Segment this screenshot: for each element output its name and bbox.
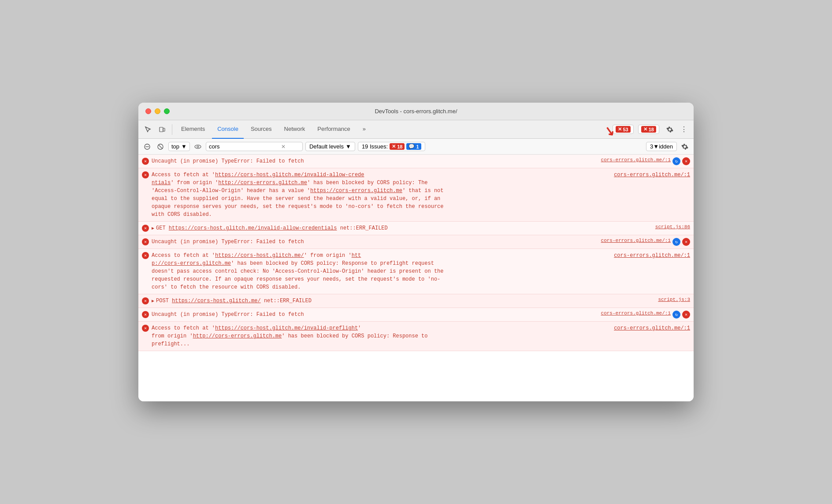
warning-count-icon: ✕ 18: [641, 126, 656, 133]
window-title: DevTools - cors-errors.glitch.me/: [375, 108, 457, 115]
console-source-4[interactable]: cors-errors.glitch.me/:1: [601, 238, 671, 243]
close-action-7[interactable]: ✕: [682, 311, 690, 319]
error-icon-6: ✕: [142, 297, 149, 304]
tab-network[interactable]: Network: [279, 120, 311, 139]
tab-elements[interactable]: Elements: [176, 120, 210, 139]
close-action-1[interactable]: ✕: [682, 157, 690, 165]
context-dropdown-icon: ▼: [181, 143, 187, 150]
console-content: ✕ Uncaught (in promise) TypeError: Faile…: [138, 155, 694, 401]
console-row-2: ✕ Access to fetch at 'https://cors-host.…: [138, 168, 694, 222]
error-icon-4: ✕: [142, 238, 149, 245]
link-8b[interactable]: http://cors-errors.glitch.me: [193, 333, 282, 339]
warning-count-badge[interactable]: ✕ 18: [638, 125, 659, 134]
console-source-3[interactable]: script.js:86: [655, 224, 690, 230]
block-icon[interactable]: [155, 141, 166, 152]
hidden-count-button[interactable]: 3▼idden: [646, 142, 677, 151]
console-msg-8: Access to fetch at 'https://cors-host.gl…: [152, 324, 690, 348]
console-row-3[interactable]: ✕ ▶GET https://cors-host.glitch.me/inval…: [138, 222, 694, 235]
svg-rect-0: [160, 127, 163, 132]
more-options-icon[interactable]: ⋮: [678, 123, 690, 136]
link-5c[interactable]: p://cors-errors.glitch.me: [152, 260, 231, 267]
console-source-1[interactable]: cors-errors.glitch.me/:1: [601, 157, 671, 163]
tab-sources[interactable]: Sources: [245, 120, 277, 139]
close-button[interactable]: [145, 108, 151, 114]
context-selector[interactable]: top ▼: [168, 142, 190, 151]
console-actions-4: ↻ ✕: [672, 238, 690, 246]
link-2c[interactable]: http://cors-errors.glitch.me: [218, 180, 307, 186]
log-levels-label: Default levels: [309, 143, 344, 150]
console-row-6[interactable]: ✕ ▶POST https://cors-host.glitch.me/ net…: [138, 294, 694, 308]
error-count-badge[interactable]: ✕ 53: [613, 125, 634, 134]
refresh-action-1[interactable]: ↻: [672, 157, 680, 165]
error-icon-8: ✕: [142, 325, 149, 332]
console-row-8: ✕ Access to fetch at 'https://cors-host.…: [138, 322, 694, 351]
console-row-7: ✕ Uncaught (in promise) TypeError: Faile…: [138, 308, 694, 322]
close-action-4[interactable]: ✕: [682, 238, 690, 246]
link-2a[interactable]: https://cors-host.glitch.me/invalid-allo…: [215, 172, 364, 178]
console-source-8-inline[interactable]: cors-errors.glitch.me/:1: [614, 324, 690, 332]
console-msg-1: Uncaught (in promise) TypeError: Failed …: [152, 157, 598, 165]
error-icon-7: ✕: [142, 311, 149, 318]
issues-label: 19 Issues:: [362, 143, 388, 150]
toolbar-divider-1: [172, 124, 172, 135]
console-actions-1: ↻ ✕: [672, 157, 690, 165]
devtools-window: DevTools - cors-errors.glitch.me/ Elemen…: [138, 103, 694, 401]
refresh-action-4[interactable]: ↻: [672, 238, 680, 246]
traffic-lights: [145, 108, 170, 114]
svg-point-6: [195, 145, 201, 148]
devtools-tab-bar: Elements Console Sources Network Perform…: [138, 120, 694, 139]
error-icon-1: ✕: [142, 158, 149, 165]
inspect-element-icon[interactable]: [142, 123, 154, 136]
console-row-4: ✕ Uncaught (in promise) TypeError: Faile…: [138, 235, 694, 249]
maximize-button[interactable]: [164, 108, 170, 114]
link-8a[interactable]: https://cors-host.glitch.me/invalid-pref…: [215, 325, 358, 331]
expand-triangle-6: ▶: [152, 299, 154, 304]
device-toolbar-icon[interactable]: [156, 123, 168, 136]
link-6[interactable]: https://cors-host.glitch.me/: [172, 298, 261, 304]
clear-console-icon[interactable]: [142, 141, 152, 152]
expand-triangle-3: ▶: [152, 226, 154, 231]
filter-input-wrap[interactable]: ✕: [206, 142, 303, 151]
svg-rect-1: [163, 128, 165, 131]
console-msg-3: ▶GET https://cors-host.glitch.me/invalid…: [152, 224, 652, 232]
error-count-icon: ✕ 53: [616, 126, 631, 133]
minimize-button[interactable]: [155, 108, 160, 114]
error-icon-3: ✕: [142, 225, 149, 232]
link-2b[interactable]: ntials: [152, 180, 171, 186]
link-5b[interactable]: htt: [352, 252, 361, 259]
console-msg-4: Uncaught (in promise) TypeError: Failed …: [152, 238, 598, 246]
filter-input[interactable]: [209, 143, 279, 150]
console-toolbar: top ▼ ✕ Default levels ▼ 19 Issues: ✕ 18…: [138, 139, 694, 155]
console-source-6[interactable]: script.js:3: [658, 297, 690, 302]
console-source-5-inline[interactable]: cors-errors.glitch.me/:1: [614, 252, 690, 259]
console-msg-7: Uncaught (in promise) TypeError: Failed …: [152, 311, 598, 319]
hidden-label: 3▼idden: [650, 143, 673, 150]
error-icon-5: ✕: [142, 252, 149, 259]
error-icon-2: ✕: [142, 171, 149, 178]
issues-info-count: 💬 1: [406, 143, 421, 150]
settings-icon[interactable]: [664, 123, 676, 136]
console-settings-icon[interactable]: [680, 141, 690, 152]
tab-console[interactable]: Console: [212, 120, 244, 139]
refresh-action-7[interactable]: ↻: [672, 311, 680, 319]
issues-error-count: ✕ 18: [390, 143, 405, 150]
console-msg-6: ▶POST https://cors-host.glitch.me/ net::…: [152, 297, 654, 305]
tab-performance[interactable]: Performance: [312, 120, 355, 139]
console-row-5: ✕ Access to fetch at 'https://cors-host.…: [138, 249, 694, 294]
filter-clear-icon[interactable]: ✕: [281, 144, 286, 150]
console-msg-2: Access to fetch at 'https://cors-host.gl…: [152, 171, 690, 219]
eye-icon[interactable]: [193, 141, 203, 152]
link-3[interactable]: https://cors-host.glitch.me/invalid-allo…: [169, 225, 337, 231]
link-2d[interactable]: https://cors-errors.glitch.me: [310, 188, 402, 194]
tab-more[interactable]: »: [357, 120, 371, 139]
log-levels-button[interactable]: Default levels ▼: [305, 142, 355, 151]
console-source-2-inline[interactable]: cors-errors.glitch.me/:1: [614, 171, 690, 179]
console-actions-7: ↻ ✕: [672, 311, 690, 319]
svg-line-5: [159, 145, 163, 148]
log-levels-chevron: ▼: [345, 143, 351, 150]
console-msg-5: Access to fetch at 'https://cors-host.gl…: [152, 252, 690, 291]
console-source-7[interactable]: cors-errors.glitch.me/:1: [601, 311, 671, 316]
issues-button[interactable]: 19 Issues: ✕ 18 💬 1: [358, 142, 425, 151]
link-5a[interactable]: https://cors-host.glitch.me/: [215, 252, 304, 259]
titlebar: DevTools - cors-errors.glitch.me/: [138, 103, 694, 120]
